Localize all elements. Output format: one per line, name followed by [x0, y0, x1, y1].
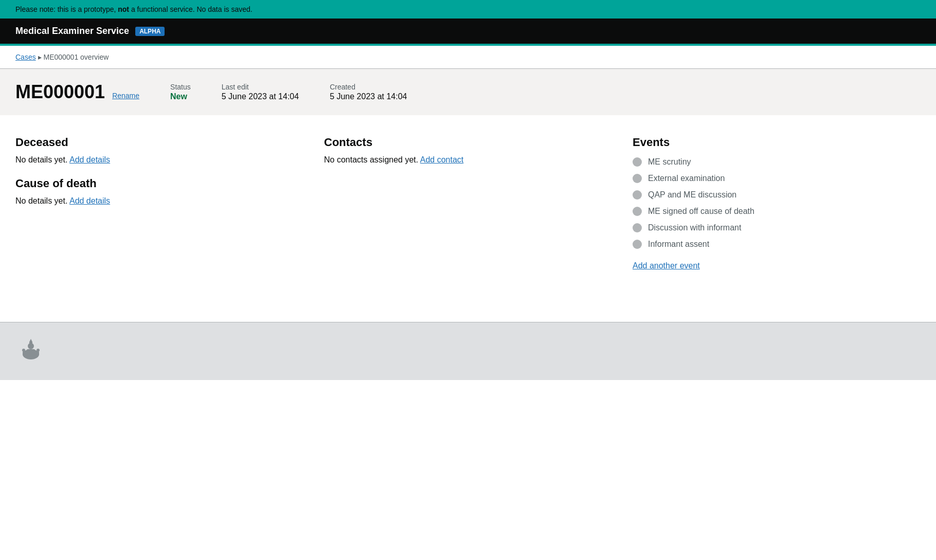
deceased-heading: Deceased: [15, 136, 303, 149]
status-label: Status: [170, 83, 191, 91]
events-heading: Events: [633, 136, 921, 149]
cause-of-death-heading: Cause of death: [15, 177, 303, 190]
status-block: Status New: [170, 83, 191, 101]
case-meta: Status New Last edit 5 June 2023 at 14:0…: [170, 83, 407, 101]
event-list: ME scrutiny External examination QAP and…: [633, 157, 921, 249]
svg-point-7: [22, 349, 25, 352]
event-item: ME signed off cause of death: [633, 207, 921, 216]
breadcrumb-separator: ▸: [38, 53, 44, 61]
contacts-no-contacts: No contacts assigned yet. Add contact: [324, 155, 612, 165]
event-circle: [633, 207, 642, 216]
cause-of-death-add-details-link[interactable]: Add details: [69, 196, 110, 205]
svg-rect-3: [29, 342, 32, 346]
case-id-block: ME000001 Rename: [15, 81, 139, 103]
event-circle: [633, 240, 642, 249]
created-label: Created: [330, 83, 407, 91]
svg-rect-6: [37, 351, 39, 355]
cause-of-death-no-details: No details yet. Add details: [15, 196, 303, 206]
created-value: 5 June 2023 at 14:04: [330, 92, 407, 101]
last-edit-value: 5 June 2023 at 14:04: [222, 92, 299, 101]
alpha-badge: ALPHA: [135, 27, 165, 36]
event-item: QAP and ME discussion: [633, 190, 921, 200]
add-another-event-link[interactable]: Add another event: [633, 261, 700, 270]
event-label: Discussion with informant: [648, 223, 741, 232]
event-item: ME scrutiny: [633, 157, 921, 167]
event-label: ME signed off cause of death: [648, 207, 754, 216]
left-column: Deceased No details yet. Add details Cau…: [15, 136, 324, 270]
prototype-banner: Please note: this is a prototype, not a …: [0, 0, 936, 19]
status-value: New: [170, 92, 187, 101]
banner-text: Please note: this is a prototype, not a …: [15, 5, 253, 13]
event-circle: [633, 223, 642, 232]
event-circle: [633, 190, 642, 200]
rename-link[interactable]: Rename: [112, 92, 139, 100]
contacts-heading: Contacts: [324, 136, 612, 149]
event-label: QAP and ME discussion: [648, 190, 736, 200]
event-label: External examination: [648, 174, 725, 183]
site-footer: [0, 322, 936, 380]
svg-rect-1: [27, 349, 35, 351]
svg-point-8: [37, 349, 40, 352]
deceased-no-details: No details yet. Add details: [15, 155, 303, 165]
deceased-add-details-link[interactable]: Add details: [69, 155, 110, 164]
events-column: Events ME scrutiny External examination …: [633, 136, 921, 270]
service-name: Medical Examiner Service: [15, 26, 129, 37]
event-circle: [633, 174, 642, 183]
breadcrumb-current: ME000001 overview: [43, 53, 109, 61]
event-circle: [633, 157, 642, 167]
event-item: Discussion with informant: [633, 223, 921, 232]
breadcrumb: Cases ▸ ME000001 overview: [0, 46, 936, 69]
event-item: External examination: [633, 174, 921, 183]
site-header: Medical Examiner Service ALPHA: [0, 19, 936, 44]
last-edit-label: Last edit: [222, 83, 299, 91]
created-block: Created 5 June 2023 at 14:04: [330, 83, 407, 101]
svg-rect-5: [23, 351, 25, 355]
event-label: Informant assent: [648, 240, 709, 249]
case-header: ME000001 Rename Status New Last edit 5 J…: [0, 69, 936, 115]
cases-breadcrumb-link[interactable]: Cases: [15, 53, 36, 61]
main-content: Deceased No details yet. Add details Cau…: [0, 115, 936, 291]
last-edit-block: Last edit 5 June 2023 at 14:04: [222, 83, 299, 101]
footer-logo: [15, 335, 46, 366]
case-id: ME000001: [15, 81, 105, 103]
contacts-column: Contacts No contacts assigned yet. Add c…: [324, 136, 633, 270]
svg-marker-4: [29, 339, 32, 342]
event-item: Informant assent: [633, 240, 921, 249]
event-label: ME scrutiny: [648, 157, 691, 167]
add-contact-link[interactable]: Add contact: [420, 155, 464, 164]
